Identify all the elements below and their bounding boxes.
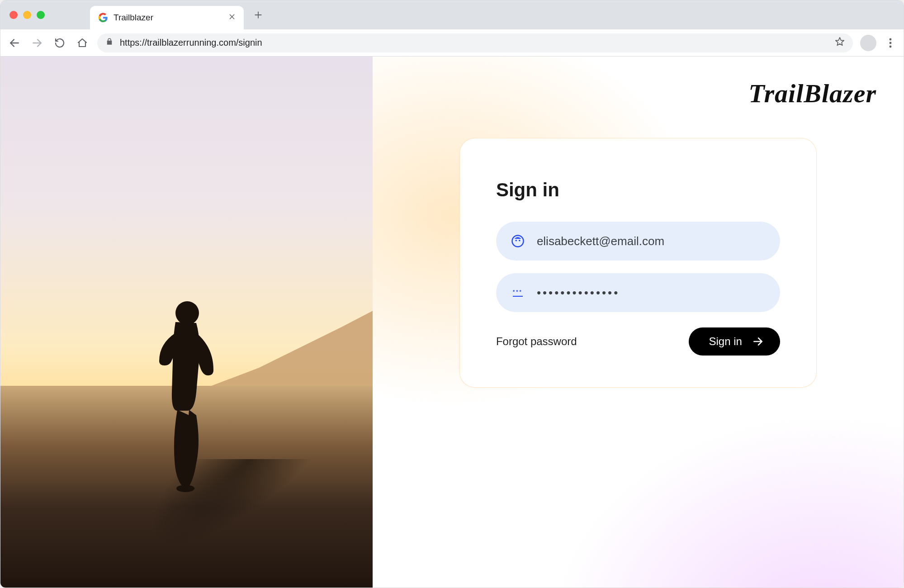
back-button[interactable]	[7, 35, 22, 51]
home-button[interactable]	[75, 35, 90, 51]
tab-title: Trailblazer	[114, 13, 223, 23]
window-close-button[interactable]	[9, 11, 18, 19]
runner-silhouette-icon	[146, 298, 227, 492]
tab-close-button[interactable]	[228, 13, 236, 23]
hero-image	[0, 57, 373, 588]
signin-card: Sign in ***	[459, 138, 817, 388]
svg-point-8	[890, 42, 892, 44]
forgot-password-link[interactable]: Forgot password	[496, 335, 577, 348]
favicon-google-icon	[98, 13, 108, 23]
svg-marker-6	[836, 38, 844, 45]
password-input[interactable]: ••••••••••••••	[537, 286, 620, 300]
actions-row: Forgot password Sign in	[496, 327, 780, 356]
signin-title: Sign in	[496, 179, 780, 201]
signin-button[interactable]: Sign in	[689, 327, 780, 356]
svg-point-7	[890, 38, 892, 40]
browser-toolbar: https://trailblazerrunning.com/signin	[0, 29, 904, 57]
browser-tab-active[interactable]: Trailblazer	[90, 6, 244, 29]
lock-icon	[105, 38, 114, 48]
form-pane: TrailBlazer Sign in	[373, 57, 904, 588]
address-bar[interactable]: https://trailblazerrunning.com/signin	[97, 33, 853, 52]
svg-point-11	[176, 485, 194, 492]
svg-point-14	[519, 240, 521, 242]
email-field-wrapper[interactable]	[496, 222, 780, 261]
signin-button-label: Sign in	[709, 335, 742, 348]
arrow-right-icon	[752, 336, 764, 347]
tab-strip: Trailblazer	[0, 0, 904, 29]
window-controls	[9, 11, 45, 19]
url-text: https://trailblazerrunning.com/signin	[120, 38, 262, 48]
browser-window: Trailblazer https://trailblazerrunning.c…	[0, 0, 904, 588]
svg-point-13	[515, 240, 517, 242]
forward-button[interactable]	[29, 35, 45, 51]
brand-logo: TrailBlazer	[748, 78, 876, 109]
password-icon: ***	[511, 285, 525, 300]
window-zoom-button[interactable]	[37, 11, 45, 19]
password-field-wrapper[interactable]: *** ••••••••••••••	[496, 273, 780, 312]
page-viewport: TrailBlazer Sign in	[0, 57, 904, 588]
email-input[interactable]	[537, 234, 766, 248]
svg-point-10	[175, 301, 199, 325]
overflow-menu-button[interactable]	[884, 38, 897, 48]
profile-avatar[interactable]	[860, 35, 876, 51]
reload-button[interactable]	[52, 35, 67, 51]
window-minimize-button[interactable]	[23, 11, 31, 19]
new-tab-button[interactable]	[248, 5, 268, 25]
bookmark-star-icon[interactable]	[835, 37, 845, 49]
svg-point-9	[890, 45, 892, 47]
user-avatar-icon	[511, 234, 525, 248]
